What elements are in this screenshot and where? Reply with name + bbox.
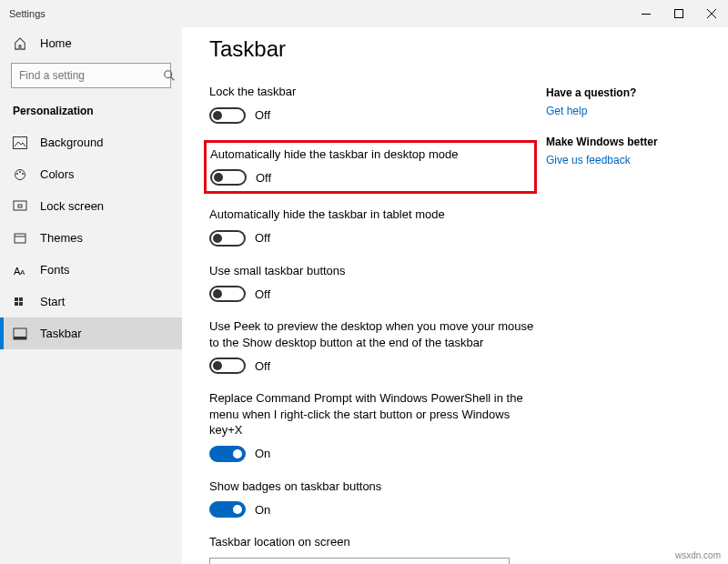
page-title: Taskbar: [209, 36, 537, 62]
svg-rect-18: [19, 297, 23, 301]
taskbar-icon: [13, 327, 27, 340]
give-feedback-link[interactable]: Give us feedback: [546, 154, 701, 166]
svg-point-10: [22, 173, 24, 175]
toggle-row: Off: [210, 169, 527, 186]
toggle-switch[interactable]: [209, 230, 246, 247]
toggle-state: Off: [255, 287, 270, 301]
main: Taskbar Lock the taskbarOffAutomatically…: [182, 27, 728, 564]
aside-question-head: Have a question?: [546, 86, 701, 99]
sidebar-item-lock-screen[interactable]: Lock screen: [0, 190, 182, 222]
get-help-link[interactable]: Get help: [546, 105, 701, 117]
setting-label: Lock the taskbar: [209, 84, 537, 100]
svg-rect-22: [14, 337, 26, 339]
toggle-state: Off: [256, 171, 271, 185]
setting-label: Taskbar location on screen: [209, 534, 537, 550]
setting-label: Automatically hide the taskbar in tablet…: [209, 206, 537, 223]
sidebar-item-fonts[interactable]: AAFonts: [0, 254, 182, 286]
sidebar-item-label: Themes: [40, 231, 83, 245]
toggle-state: Off: [255, 108, 270, 122]
setting-label: Use Peek to preview the desktop when you…: [209, 318, 537, 350]
setting-label: Replace Command Prompt with Windows Powe…: [209, 390, 537, 438]
sidebar: Home Personalization BackgroundColorsLoc…: [0, 27, 182, 564]
svg-rect-13: [15, 234, 25, 243]
toggle-switch[interactable]: [209, 358, 246, 374]
colors-icon: [13, 168, 27, 181]
toggle-row: Off: [209, 107, 537, 124]
minimize-button[interactable]: [630, 0, 662, 27]
svg-rect-20: [19, 302, 23, 306]
sidebar-item-colors[interactable]: Colors: [0, 158, 182, 190]
setting-toggle: Use small taskbar buttonsOff: [209, 263, 537, 303]
toggle-switch[interactable]: [209, 286, 246, 302]
search-box[interactable]: [11, 63, 171, 88]
minimize-icon: [642, 9, 651, 18]
svg-text:A: A: [20, 268, 25, 277]
toggle-switch[interactable]: [210, 169, 247, 186]
toggle-row: Off: [209, 286, 537, 302]
maximize-icon: [674, 9, 683, 18]
svg-rect-12: [18, 205, 22, 207]
select-box[interactable]: Bottom∨: [209, 558, 510, 564]
watermark: wsxdn.com: [673, 550, 723, 560]
settings-column: Taskbar Lock the taskbarOffAutomatically…: [209, 36, 537, 564]
window-title: Settings: [9, 8, 46, 19]
home-label: Home: [40, 36, 72, 50]
setting-toggle: Lock the taskbarOff: [209, 84, 537, 124]
setting-label: Use small taskbar buttons: [209, 263, 537, 279]
sidebar-item-label: Colors: [40, 167, 75, 181]
sidebar-item-label: Taskbar: [40, 327, 82, 340]
content: Home Personalization BackgroundColorsLoc…: [0, 27, 728, 564]
aside: Have a question? Get help Make Windows b…: [537, 36, 701, 564]
search-icon: [163, 69, 176, 82]
nav-list: BackgroundColorsLock screenThemesAAFonts…: [0, 126, 182, 349]
setting-toggle: Replace Command Prompt with Windows Powe…: [209, 390, 537, 462]
fonts-icon: AA: [13, 264, 27, 277]
toggle-switch[interactable]: [209, 446, 246, 462]
toggle-row: Off: [209, 358, 537, 374]
close-button[interactable]: [695, 0, 728, 27]
toggle-row: On: [209, 501, 537, 518]
svg-rect-1: [675, 10, 683, 18]
setting-toggle: Use Peek to preview the desktop when you…: [209, 318, 537, 374]
search-input[interactable]: [12, 69, 163, 82]
svg-point-4: [165, 71, 172, 78]
svg-rect-11: [14, 201, 26, 210]
search: [11, 63, 171, 88]
close-icon: [707, 9, 716, 18]
home-button[interactable]: Home: [0, 27, 182, 59]
toggle-state: On: [255, 503, 270, 517]
toggle-row: On: [209, 446, 537, 462]
toggle-state: On: [255, 447, 270, 460]
toggle-state: Off: [255, 231, 270, 245]
themes-icon: [13, 232, 27, 245]
home-icon: [13, 37, 27, 50]
sidebar-item-start[interactable]: Start: [0, 286, 182, 317]
svg-rect-17: [15, 297, 18, 301]
svg-point-8: [16, 173, 18, 175]
category-label: Personalization: [0, 97, 182, 126]
toggle-switch[interactable]: [209, 107, 246, 124]
maximize-button[interactable]: [662, 0, 695, 27]
aside-feedback-head: Make Windows better: [546, 136, 701, 148]
toggle-switch[interactable]: [209, 501, 246, 518]
setting-toggle: Automatically hide the taskbar in tablet…: [209, 206, 537, 247]
setting-toggle: Automatically hide the taskbar in deskto…: [204, 140, 537, 195]
toggle-state: Off: [255, 359, 270, 373]
sidebar-item-label: Background: [40, 136, 103, 149]
toggle-row: Off: [209, 230, 537, 247]
background-icon: [13, 136, 27, 149]
select-wrap: Bottom∨: [209, 558, 537, 564]
sidebar-item-taskbar[interactable]: Taskbar: [0, 317, 182, 349]
start-icon: [13, 296, 27, 308]
svg-line-5: [171, 77, 175, 81]
sidebar-item-label: Fonts: [40, 263, 70, 277]
setting-toggle: Show badges on taskbar buttonsOn: [209, 478, 537, 519]
sidebar-item-label: Start: [40, 295, 65, 308]
sidebar-item-background[interactable]: Background: [0, 126, 182, 158]
titlebar: Settings: [0, 0, 728, 27]
lock-screen-icon: [13, 200, 27, 213]
setting-label: Automatically hide the taskbar in deskto…: [210, 146, 527, 163]
svg-rect-6: [14, 136, 27, 148]
sidebar-item-themes[interactable]: Themes: [0, 222, 182, 254]
sidebar-item-label: Lock screen: [40, 199, 104, 213]
